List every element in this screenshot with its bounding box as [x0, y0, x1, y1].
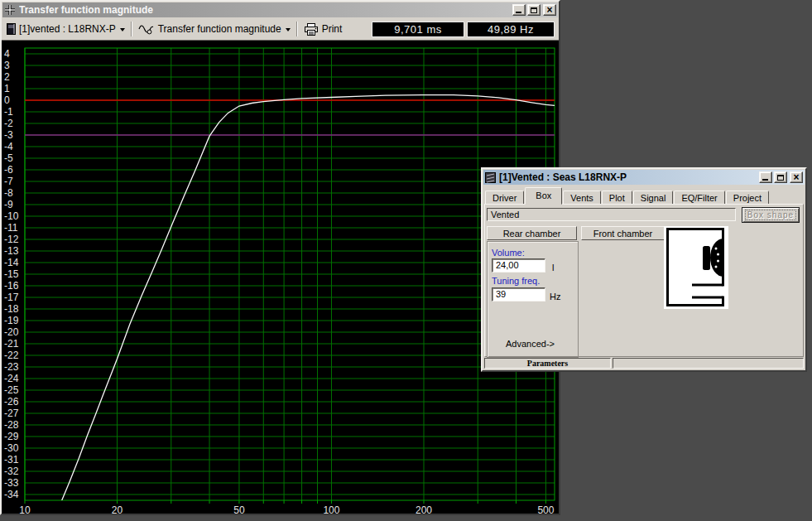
port-opening [721, 287, 725, 297]
maximize-icon [777, 175, 784, 181]
y-axis-label: -12 [4, 234, 19, 245]
x-axis-label: 100 [323, 504, 339, 514]
front-chamber-button[interactable]: Front chamber [581, 226, 665, 240]
box-type-field[interactable]: Vented [487, 208, 736, 221]
dialog-minimize-button[interactable] [759, 171, 772, 183]
time-readout: 9,701 ms [372, 22, 464, 37]
y-axis-label: -6 [4, 164, 13, 176]
main-toolbar: [1]vented : L18RNX-P Transfer function m… [2, 18, 559, 41]
plot-canvas[interactable]: -34-33-32-31-30-29-28-27-26-25-24-23-22-… [2, 41, 559, 514]
y-axis-label: -14 [4, 257, 19, 268]
project-selector[interactable]: [1]vented : L18RNX-P [19, 23, 116, 35]
minimize-icon [516, 12, 521, 13]
y-axis-label: -32 [4, 466, 19, 477]
crosshair-icon [4, 4, 16, 16]
y-axis-label: -29 [4, 431, 19, 442]
y-axis-label: -15 [4, 268, 19, 280]
close-icon: × [546, 6, 552, 14]
y-axis-label: -5 [4, 152, 13, 164]
tuning-freq-label: Tuning freq. [492, 276, 540, 286]
y-axis-label: -24 [4, 373, 19, 384]
sine-wave-icon [138, 23, 155, 35]
dialog-maximize-button[interactable] [774, 171, 787, 183]
x-axis-label: 50 [233, 504, 245, 514]
chevron-down-icon[interactable] [120, 28, 125, 34]
box-schematic [664, 226, 728, 309]
y-axis-label: -23 [4, 361, 19, 373]
tab-vents[interactable]: Vents [563, 191, 601, 205]
y-axis-label: -30 [4, 442, 19, 454]
y-axis-label: -31 [4, 454, 19, 466]
volume-input[interactable]: 24,00 [492, 258, 545, 273]
tab-eq-filter[interactable]: EQ/Filter [674, 191, 724, 205]
desktop: { "desktop": { "background": "#4b4b4b" }… [0, 0, 812, 521]
close-button[interactable]: × [543, 4, 556, 16]
y-axis-label: 3 [4, 60, 10, 71]
cursor-readouts: 9,701 ms 49,89 Hz [372, 22, 555, 37]
y-axis-label: 0 [4, 94, 10, 106]
y-axis-label: -19 [4, 315, 19, 326]
transfer-function-window: Transfer function magnitude × [1]vented … [0, 0, 560, 515]
tab-plot[interactable]: Plot [602, 191, 632, 205]
y-axis-label: -4 [4, 141, 13, 152]
volume-label: Volume: [492, 248, 525, 258]
graph-type-selector[interactable]: Transfer function magnitude [158, 23, 281, 35]
y-axis-label: -34 [4, 489, 19, 500]
y-axis-label: -13 [4, 245, 19, 257]
tab-project[interactable]: Project [726, 191, 769, 205]
x-axis-label: 200 [416, 504, 432, 514]
tab-driver[interactable]: Driver [485, 191, 524, 205]
speaker-box-icon [485, 172, 496, 183]
frequency-readout: 49,89 Hz [467, 22, 555, 37]
dialog-close-button[interactable]: × [790, 171, 803, 183]
dialog-titlebar[interactable]: [1]Vented : Seas L18RNX-P × [483, 170, 805, 185]
dialog-status-bar: Parameters [484, 358, 804, 369]
y-axis-label: -9 [4, 199, 13, 210]
maximize-button[interactable] [527, 4, 541, 16]
rear-chamber-button[interactable]: Rear chamber [487, 226, 577, 240]
y-axis-label: -17 [4, 292, 19, 303]
y-axis-label: -1 [4, 106, 13, 118]
y-axis-label: -8 [4, 187, 13, 199]
x-axis-label: 500 [537, 504, 554, 514]
status-parameters[interactable]: Parameters [484, 358, 611, 369]
y-axis-label: -28 [4, 419, 19, 431]
y-axis-label: -20 [4, 326, 19, 338]
volume-unit: l [552, 263, 554, 273]
printer-icon [304, 23, 319, 36]
tuning-freq-input[interactable]: 39 [492, 287, 545, 302]
y-axis-label: 2 [4, 71, 10, 83]
chevron-down-icon[interactable] [286, 28, 291, 34]
print-button[interactable]: Print [322, 23, 343, 35]
minimize-icon [762, 179, 768, 181]
x-axis-label: 20 [112, 504, 123, 514]
y-axis-label: -16 [4, 280, 19, 292]
tab-signal[interactable]: Signal [633, 191, 674, 205]
y-axis-label: -33 [4, 477, 19, 489]
y-axis-label: -27 [4, 408, 19, 419]
toolbar-separator [296, 22, 298, 36]
y-axis-label: -26 [4, 396, 19, 408]
tab-box[interactable]: Box [525, 187, 562, 205]
transfer-function-plot[interactable]: -34-33-32-31-30-29-28-27-26-25-24-23-22-… [2, 41, 559, 514]
y-axis-label: -18 [4, 303, 19, 315]
vented-box-dialog: [1]Vented : Seas L18RNX-P × DriverBoxVen… [481, 167, 807, 372]
box-shape-button[interactable]: Box shape [742, 207, 800, 223]
maximize-icon [531, 7, 537, 13]
x-axis-label: 10 [19, 504, 31, 514]
y-axis-label: -25 [4, 384, 19, 396]
dialog-tab-strip: DriverBoxVentsPlotSignalEQ/FilterProject [485, 187, 803, 205]
advanced-link[interactable]: Advanced-> [506, 339, 555, 349]
close-icon: × [793, 173, 799, 181]
tuning-freq-unit: Hz [550, 292, 560, 302]
minimize-button[interactable] [512, 4, 526, 16]
dialog-title: [1]Vented : Seas L18RNX-P [499, 171, 756, 183]
y-axis-label: -7 [4, 176, 13, 187]
main-titlebar[interactable]: Transfer function magnitude × [2, 2, 558, 17]
y-axis-label: -11 [4, 222, 18, 234]
status-empty [613, 358, 804, 369]
y-axis-label: -10 [4, 210, 19, 222]
toolbar-separator [131, 22, 132, 36]
y-axis-label: 4 [4, 48, 10, 60]
project-icon [7, 23, 16, 35]
